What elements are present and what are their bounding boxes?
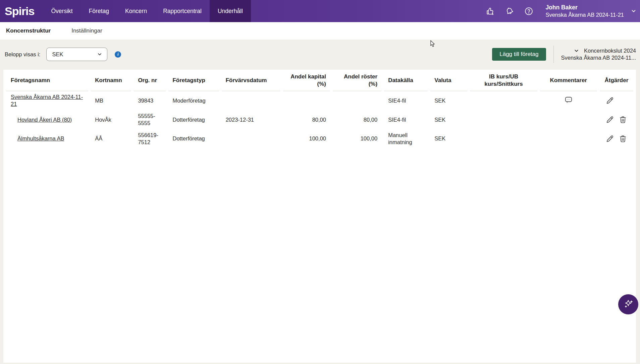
comment-icon[interactable] <box>564 96 573 104</box>
company-link[interactable]: Älmhultsåkarna AB <box>17 135 64 141</box>
user-texts: John Baker Svenska Åkarna AB 2024-11-21 <box>545 4 624 18</box>
nav-item-underhall[interactable]: Underhåll <box>210 0 251 22</box>
capital-share-cell: 100,00 <box>283 129 330 148</box>
group-structure-table: Företagsnamn Kortnamn Org. nr Företagsty… <box>3 70 636 148</box>
app-header: Spiris Översikt Företag Koncern Rapportc… <box>0 0 640 22</box>
short-name-cell: MB <box>91 91 131 110</box>
col-header-kortnamn: Kortnamn <box>91 70 131 91</box>
period-selector[interactable]: Koncernbokslut 2024 Svenska Åkarna AB 20… <box>561 47 636 62</box>
data-source-cell: SIE4-fil <box>384 110 428 129</box>
capital-share-cell <box>283 91 330 110</box>
col-header-foretagstyp: Företagstyp <box>168 70 219 91</box>
votes-share-cell: 100,00 <box>333 129 381 148</box>
vertical-divider <box>553 46 554 63</box>
currency-cell: SEK <box>430 129 467 148</box>
nav-item-rapportcentral[interactable]: Rapportcentral <box>155 0 210 22</box>
user-name: John Baker <box>545 4 624 11</box>
ai-assistant-button[interactable] <box>618 294 638 314</box>
acquisition-date-cell <box>222 129 280 148</box>
user-company: Svenska Åkarna AB 2024-11-21 <box>545 11 624 18</box>
chevron-down-icon <box>631 8 637 14</box>
toolbar: Belopp visas i: SEK i Lägg till företag … <box>0 48 640 61</box>
table-header-row: Företagsnamn Kortnamn Org. nr Företagsty… <box>6 70 633 91</box>
amount-shown-in-label: Belopp visas i: <box>5 51 40 58</box>
period-company: Svenska Åkarna AB 2024-11... <box>561 54 636 61</box>
table-row-subsidiary-hovland: Hovland Åkeri AB (80) HovÅk 55555-5555 D… <box>6 110 633 129</box>
chevron-down-icon <box>97 52 102 57</box>
notifications-bell-icon[interactable] <box>505 7 514 16</box>
nav-item-koncern[interactable]: Koncern <box>117 0 155 22</box>
nav-item-oversikt[interactable]: Översikt <box>43 0 81 22</box>
chevron-down-icon <box>574 48 579 54</box>
feedback-thumbs-up-icon[interactable] <box>486 7 495 16</box>
currency-cell: SEK <box>430 91 467 110</box>
short-name-cell: ÄÅ <box>91 129 131 148</box>
currency-cell: SEK <box>430 110 467 129</box>
group-structure-card: Företagsnamn Kortnamn Org. nr Företagsty… <box>3 70 636 363</box>
sparkle-icon <box>623 299 634 310</box>
col-header-andel-roster: Andel röster (%) <box>333 70 381 91</box>
company-type-cell: Dotterföretag <box>168 110 219 129</box>
col-header-andel-kapital: Andel kapital (%) <box>283 70 330 91</box>
comments-cell <box>540 129 597 148</box>
rates-cell <box>470 91 537 110</box>
col-header-kurser: IB kurs/UB kurs/Snittkurs <box>470 70 537 91</box>
currency-select[interactable]: SEK <box>46 48 107 61</box>
col-header-foretagsnamn: Företagsnamn <box>6 70 88 91</box>
toolbar-right: Lägg till företag Koncernbokslut 2024 Sv… <box>492 46 636 63</box>
user-menu[interactable]: John Baker Svenska Åkarna AB 2024-11-21 <box>545 4 637 18</box>
delete-trash-icon[interactable] <box>619 134 627 143</box>
col-header-valuta: Valuta <box>430 70 467 91</box>
capital-share-cell: 80,00 <box>283 110 330 129</box>
help-icon[interactable] <box>524 7 533 16</box>
col-header-forvarvsdatum: Förvärvsdatum <box>222 70 280 91</box>
org-nr-cell: 556619-7512 <box>134 129 166 148</box>
edit-pencil-icon[interactable] <box>605 115 614 124</box>
info-icon[interactable]: i <box>115 51 121 58</box>
col-header-atgarder: Åtgärder <box>600 70 633 91</box>
col-header-orgnr: Org. nr <box>134 70 166 91</box>
delete-trash-icon[interactable] <box>619 115 627 124</box>
company-link[interactable]: Svenska Åkarna AB 2024-11-21 <box>11 94 83 107</box>
edit-pencil-icon[interactable] <box>605 134 614 143</box>
data-source-cell: SIE4-fil <box>384 91 428 110</box>
spiris-logo[interactable]: Spiris <box>0 0 43 22</box>
acquisition-date-cell <box>222 91 280 110</box>
comments-cell <box>540 110 597 129</box>
sub-nav: Koncernstruktur Inställningar <box>0 22 640 40</box>
currency-select-value: SEK <box>52 51 63 58</box>
col-header-kommentarer: Kommentarer <box>540 70 597 91</box>
edit-pencil-icon[interactable] <box>605 96 614 105</box>
acquisition-date-cell: 2023-12-31 <box>222 110 280 129</box>
period-name: Koncernbokslut 2024 <box>584 47 636 54</box>
main-nav: Översikt Företag Koncern Rapportcentral … <box>43 0 251 22</box>
nav-item-foretag[interactable]: Företag <box>81 0 117 22</box>
company-type-cell: Moderföretag <box>168 91 219 110</box>
rates-cell <box>470 110 537 129</box>
header-right: John Baker Svenska Åkarna AB 2024-11-21 <box>486 0 640 22</box>
add-company-button[interactable]: Lägg till företag <box>492 48 546 61</box>
votes-share-cell: 80,00 <box>333 110 381 129</box>
org-nr-cell: 55555-5555 <box>134 110 166 129</box>
company-link[interactable]: Hovland Åkeri AB (80) <box>17 117 72 123</box>
rates-cell <box>470 129 537 148</box>
tab-installningar[interactable]: Inställningar <box>71 27 102 34</box>
table-row-subsidiary-almhult: Älmhultsåkarna AB ÄÅ 556619-7512 Dotterf… <box>6 129 633 148</box>
tab-koncernstruktur[interactable]: Koncernstruktur <box>6 27 51 34</box>
table-row-parent-company: Svenska Åkarna AB 2024-11-21 MB 39843 Mo… <box>6 91 633 110</box>
company-type-cell: Dotterföretag <box>168 129 219 148</box>
mouse-cursor <box>430 40 436 48</box>
short-name-cell: HovÅk <box>91 110 131 129</box>
votes-share-cell <box>333 91 381 110</box>
org-nr-cell: 39843 <box>134 91 166 110</box>
data-source-cell: Manuell inmatning <box>384 129 428 148</box>
col-header-datakalla: Datakälla <box>384 70 428 91</box>
